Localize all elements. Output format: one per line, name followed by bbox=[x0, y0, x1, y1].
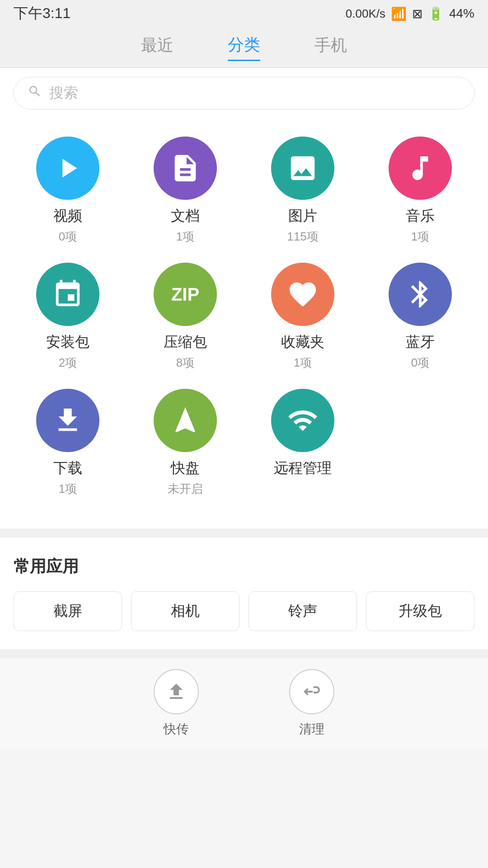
common-apps-title: 常用应用 bbox=[14, 556, 474, 578]
remote-icon-bg bbox=[271, 389, 334, 452]
tab-bar: 最近 分类 手机 bbox=[0, 27, 488, 68]
category-video[interactable]: 视频 0项 bbox=[14, 137, 122, 245]
music-count: 1项 bbox=[411, 229, 429, 245]
wifi-icon: 📶 bbox=[391, 6, 407, 21]
common-apps-section: 常用应用 截屏 相机 铃声 升级包 bbox=[0, 538, 488, 649]
search-box[interactable]: 搜索 bbox=[14, 77, 474, 109]
tab-recent[interactable]: 最近 bbox=[141, 34, 174, 60]
bottom-divider bbox=[0, 649, 488, 658]
video-name: 视频 bbox=[53, 206, 82, 226]
status-bar: 下午3:11 0.00K/s 📶 ⊠ 🔋 44% bbox=[0, 0, 488, 27]
tab-phone[interactable]: 手机 bbox=[314, 34, 347, 60]
video-count: 0项 bbox=[59, 229, 77, 245]
favorite-icon-bg bbox=[271, 263, 334, 326]
status-time: 下午3:11 bbox=[14, 4, 70, 24]
download-name: 下载 bbox=[53, 458, 82, 478]
clean-icon bbox=[289, 669, 334, 714]
music-name: 音乐 bbox=[406, 206, 435, 226]
bottom-bar: 快传 清理 bbox=[0, 658, 488, 749]
category-grid: 视频 0项 文档 1项 图片 115项 音乐 1项 bbox=[14, 137, 474, 515]
apk-icon-bg bbox=[36, 263, 99, 326]
quick-send-label: 快传 bbox=[164, 721, 189, 738]
tab-category[interactable]: 分类 bbox=[228, 34, 260, 61]
clean-label: 清理 bbox=[299, 721, 324, 738]
zip-name: 压缩包 bbox=[164, 332, 207, 352]
image-name: 图片 bbox=[288, 206, 317, 226]
video-icon-bg bbox=[36, 137, 99, 200]
category-favorite[interactable]: 收藏夹 1项 bbox=[249, 263, 357, 371]
music-icon-bg bbox=[389, 137, 452, 200]
category-kuaipan[interactable]: 快盘 未开启 bbox=[131, 389, 239, 497]
download-count: 1项 bbox=[59, 481, 77, 497]
category-image[interactable]: 图片 115项 bbox=[249, 137, 357, 245]
status-right: 0.00K/s 📶 ⊠ 🔋 44% bbox=[346, 6, 474, 21]
bluetooth-count: 0项 bbox=[411, 355, 429, 371]
search-container: 搜索 bbox=[0, 68, 488, 118]
network-speed: 0.00K/s bbox=[346, 7, 385, 21]
category-music[interactable]: 音乐 1项 bbox=[366, 137, 474, 245]
category-download[interactable]: 下载 1项 bbox=[14, 389, 122, 497]
quick-send-icon bbox=[154, 669, 199, 714]
section-divider bbox=[0, 528, 488, 538]
apk-name: 安装包 bbox=[46, 332, 89, 352]
zip-text: ZIP bbox=[171, 284, 199, 305]
main-content: 视频 0项 文档 1项 图片 115项 音乐 1项 bbox=[0, 118, 488, 528]
apps-grid: 截屏 相机 铃声 升级包 bbox=[14, 591, 474, 631]
bluetooth-icon-bg bbox=[389, 263, 452, 326]
image-count: 115项 bbox=[287, 229, 318, 245]
app-screenshot[interactable]: 截屏 bbox=[14, 591, 122, 631]
battery-icon: 🔋 bbox=[428, 6, 444, 21]
remote-name: 远程管理 bbox=[274, 458, 332, 478]
favorite-name: 收藏夹 bbox=[281, 332, 324, 352]
document-count: 1项 bbox=[176, 229, 194, 245]
app-upgrade[interactable]: 升级包 bbox=[366, 591, 474, 631]
category-remote[interactable]: 远程管理 bbox=[249, 389, 357, 497]
document-name: 文档 bbox=[171, 206, 200, 226]
battery-percent: 44% bbox=[449, 6, 474, 21]
favorite-count: 1项 bbox=[294, 355, 312, 371]
document-icon-bg bbox=[154, 137, 217, 200]
category-bluetooth[interactable]: 蓝牙 0项 bbox=[366, 263, 474, 371]
sim-icon: ⊠ bbox=[412, 6, 422, 21]
kuaipan-icon-bg bbox=[154, 389, 217, 452]
category-apk[interactable]: 安装包 2项 bbox=[14, 263, 122, 371]
zip-count: 8项 bbox=[176, 355, 194, 371]
search-icon bbox=[28, 84, 42, 102]
download-icon-bg bbox=[36, 389, 99, 452]
image-icon-bg bbox=[271, 137, 334, 200]
search-placeholder: 搜索 bbox=[49, 83, 78, 103]
kuaipan-name: 快盘 bbox=[171, 458, 200, 478]
category-document[interactable]: 文档 1项 bbox=[131, 137, 239, 245]
clean-button[interactable]: 清理 bbox=[289, 669, 334, 738]
zip-icon-bg: ZIP bbox=[154, 263, 217, 326]
apk-count: 2项 bbox=[59, 355, 77, 371]
kuaipan-count: 未开启 bbox=[168, 481, 203, 497]
quick-send-button[interactable]: 快传 bbox=[154, 669, 199, 738]
category-zip[interactable]: ZIP 压缩包 8项 bbox=[131, 263, 239, 371]
app-ringtone[interactable]: 铃声 bbox=[249, 591, 357, 631]
bluetooth-name: 蓝牙 bbox=[406, 332, 435, 352]
app-camera[interactable]: 相机 bbox=[131, 591, 239, 631]
